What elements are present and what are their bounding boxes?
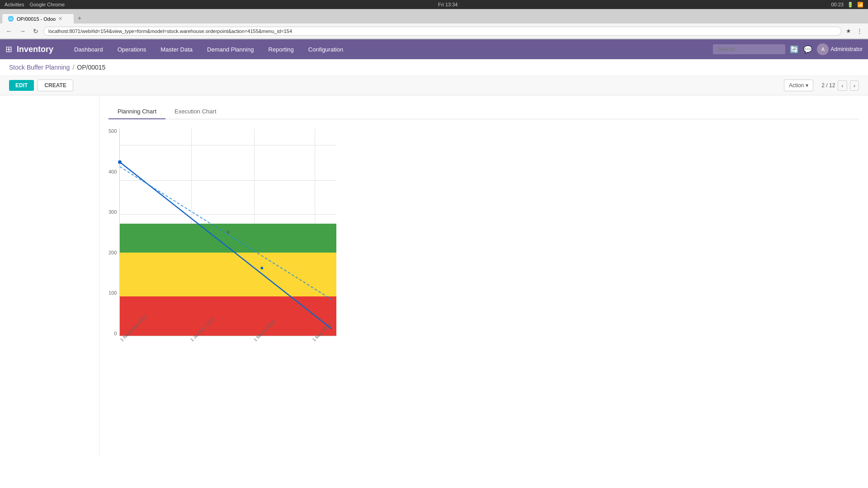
y-label-300: 300 (108, 209, 117, 215)
pager-next-button[interactable]: › (850, 80, 859, 91)
chart-plot-wrapper: + 1 November 2017 1 January 2018 1 March… (119, 128, 336, 366)
svg-line-0 (120, 162, 332, 329)
chart-area: Planning Chart Execution Chart 500 400 3… (99, 95, 868, 457)
crosshair-icon: + (226, 228, 230, 236)
nav-item-configuration[interactable]: Configuration (301, 39, 350, 59)
tab-bar: Planning Chart Execution Chart (108, 104, 859, 119)
app-grid-icon[interactable]: ⊞ (5, 44, 12, 54)
browser-toolbar: ← → ↻ ★ ⋮ (0, 23, 868, 39)
y-label-200: 200 (108, 250, 117, 255)
tab-title: OP/00015 - Odoo (17, 16, 56, 22)
y-axis-labels: 500 400 300 200 100 0 (108, 128, 119, 336)
pager-prev-button[interactable]: ‹ (838, 80, 847, 91)
svg-point-3 (261, 267, 264, 269)
back-button[interactable]: ← (4, 27, 14, 36)
breadcrumb-current: OP/00015 (77, 64, 105, 71)
edit-button[interactable]: EDIT (9, 80, 34, 91)
action-bar: EDIT CREATE Action ▾ 2 / 12 ‹ › (0, 76, 868, 95)
os-wifi-icon: 📶 (857, 2, 863, 8)
pager: 2 / 12 ‹ › (821, 80, 859, 91)
chart-plot[interactable]: + (119, 128, 336, 336)
tab-close-button[interactable]: ✕ (58, 16, 62, 22)
os-bar-right: 00:23 🔋 📶 (831, 2, 863, 8)
os-chrome[interactable]: Google Chrome (29, 2, 65, 7)
y-label-400: 400 (108, 169, 117, 174)
username: Administrator (830, 46, 863, 52)
os-activities[interactable]: Activities (5, 2, 24, 7)
nav-item-master-data[interactable]: Master Data (153, 39, 200, 59)
browser-tabs: 🌐 OP/00015 - Odoo ✕ + (0, 9, 868, 23)
y-label-0: 0 (114, 331, 117, 336)
y-label-500: 500 (108, 128, 117, 134)
app-navbar: ⊞ Inventory Dashboard Operations Master … (0, 39, 868, 59)
app-title: Inventory (17, 45, 53, 54)
y-label-100: 100 (108, 290, 117, 296)
action-dropdown-icon: ▾ (806, 82, 808, 89)
tab-execution-chart[interactable]: Execution Chart (165, 104, 226, 119)
address-bar[interactable] (43, 27, 841, 36)
nav-user[interactable]: A Administrator (817, 43, 863, 55)
os-clock: 00:23 (831, 2, 844, 8)
pager-info: 2 / 12 (821, 82, 835, 89)
action-dropdown-button[interactable]: Action ▾ (784, 80, 813, 91)
bookmark-button[interactable]: ★ (844, 27, 853, 35)
nav-right: 🔄 💬 A Administrator (713, 43, 863, 55)
refresh-button[interactable]: ↻ (31, 27, 41, 36)
nav-messages-icon[interactable]: 💬 (803, 45, 812, 54)
browser-actions: ★ ⋮ (844, 27, 864, 35)
tab-favicon: 🌐 (8, 16, 14, 22)
os-battery-icon: 🔋 (847, 2, 854, 8)
nav-item-demand-planning[interactable]: Demand Planning (200, 39, 261, 59)
breadcrumb-separator: / (72, 64, 74, 71)
svg-point-2 (118, 160, 122, 164)
chart-wrapper: 500 400 300 200 100 0 (108, 128, 859, 366)
create-button[interactable]: CREATE (38, 80, 73, 91)
nav-item-reporting[interactable]: Reporting (261, 39, 301, 59)
page-topbar: Stock Buffer Planning / OP/00015 (0, 59, 868, 76)
breadcrumb: Stock Buffer Planning / OP/00015 (9, 64, 105, 71)
nav-menu: Dashboard Operations Master Data Demand … (67, 39, 713, 59)
tab-planning-chart[interactable]: Planning Chart (108, 104, 165, 119)
avatar: A (817, 43, 829, 55)
os-bar-left: Activities Google Chrome (5, 2, 65, 7)
breadcrumb-parent-link[interactable]: Stock Buffer Planning (9, 64, 70, 71)
new-tab-button[interactable]: + (74, 13, 85, 23)
browser-chrome: 🌐 OP/00015 - Odoo ✕ + ← → ↻ ★ ⋮ (0, 9, 868, 39)
x-axis-labels: 1 November 2017 1 January 2018 1 March 2… (119, 339, 336, 366)
sidebar-left (0, 95, 99, 457)
nav-item-operations[interactable]: Operations (110, 39, 154, 59)
menu-button[interactable]: ⋮ (855, 27, 864, 35)
page-content: Stock Buffer Planning / OP/00015 EDIT CR… (0, 59, 868, 488)
forward-button[interactable]: → (17, 27, 28, 36)
browser-tab-active[interactable]: 🌐 OP/00015 - Odoo ✕ (2, 14, 74, 23)
os-bar: Activities Google Chrome Fri 13:34 00:23… (0, 0, 868, 9)
nav-item-dashboard[interactable]: Dashboard (67, 39, 110, 59)
nav-search-input[interactable] (713, 44, 785, 54)
os-time: Fri 13:34 (438, 2, 458, 7)
nav-reload-icon[interactable]: 🔄 (790, 45, 799, 54)
main-content: Planning Chart Execution Chart 500 400 3… (0, 95, 868, 457)
